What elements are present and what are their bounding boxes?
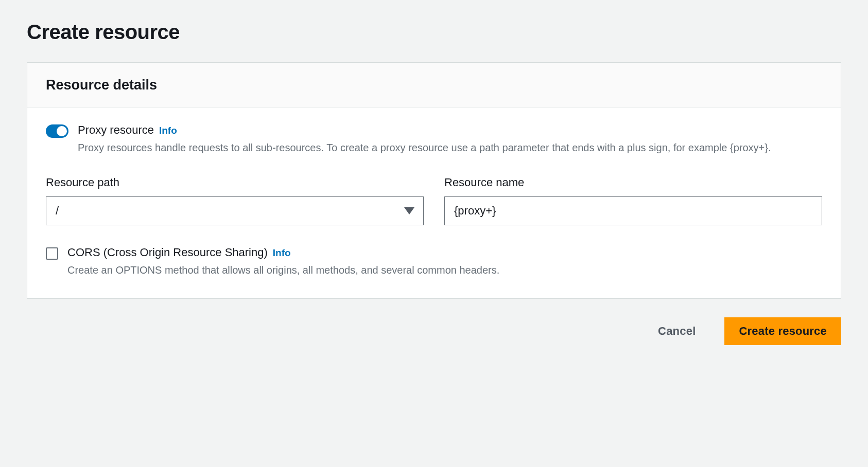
create-resource-button[interactable]: Create resource <box>724 317 841 345</box>
resource-name-input[interactable] <box>444 196 822 225</box>
resource-details-panel: Resource details Proxy resource Info Pro… <box>27 62 841 299</box>
cors-description: Create an OPTIONS method that allows all… <box>67 262 822 278</box>
proxy-info-link[interactable]: Info <box>159 125 177 136</box>
cors-info-link[interactable]: Info <box>273 247 291 259</box>
page-title: Create resource <box>27 21 841 44</box>
resource-path-select[interactable]: / <box>46 196 424 225</box>
proxy-resource-label: Proxy resource <box>78 123 154 137</box>
panel-header: Resource details <box>27 63 841 108</box>
proxy-resource-toggle[interactable] <box>46 124 68 138</box>
resource-path-label: Resource path <box>46 176 424 189</box>
cors-checkbox[interactable] <box>46 247 58 260</box>
cancel-button[interactable]: Cancel <box>644 317 710 345</box>
cors-label: CORS (Cross Origin Resource Sharing) <box>67 246 268 259</box>
proxy-resource-description: Proxy resources handle requests to all s… <box>78 140 822 155</box>
resource-name-label: Resource name <box>444 176 822 189</box>
panel-title: Resource details <box>46 77 822 93</box>
